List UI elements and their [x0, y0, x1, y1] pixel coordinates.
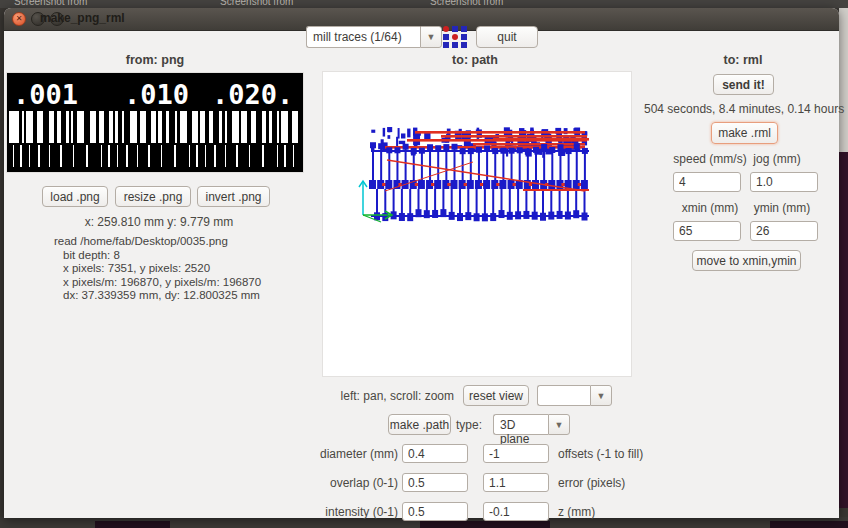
- background-text: Screenshot from: [14, 0, 87, 7]
- view-select-value[interactable]: [537, 385, 590, 406]
- intensity-input[interactable]: [402, 502, 468, 521]
- intensity-label: intensity (0-1): [284, 505, 398, 519]
- error-input[interactable]: [483, 473, 549, 492]
- background-window-edge: [839, 8, 848, 152]
- background-text: Screenshot from: [220, 0, 293, 7]
- preview-label-001: .001: [13, 79, 78, 110]
- info-line: bit depth: 8: [54, 249, 261, 263]
- preview-label-010: .010: [124, 79, 189, 110]
- fab-modules-icon: [442, 25, 469, 48]
- jog-label: jog (mm): [742, 152, 812, 166]
- overlap-label: overlap (0-1): [284, 476, 398, 490]
- make-path-button[interactable]: make .path: [388, 414, 451, 435]
- preview-label-020: .020.: [212, 79, 293, 110]
- ymin-input[interactable]: [750, 221, 818, 241]
- chevron-down-icon[interactable]: ▼: [420, 26, 442, 48]
- png-preview-image[interactable]: .001 .010 .020.: [7, 73, 303, 172]
- path-panel-header: to: path: [420, 53, 530, 67]
- png-panel-header: from: png: [100, 53, 210, 67]
- load-png-button[interactable]: load .png: [42, 186, 108, 207]
- background-thumbnail: [95, 521, 170, 528]
- xmin-input[interactable]: [673, 221, 741, 241]
- move-to-xmin-ymin-button[interactable]: move to xmin,ymin: [692, 250, 801, 271]
- process-select-value[interactable]: mill traces (1/64): [306, 26, 420, 48]
- type-label: type:: [456, 418, 482, 432]
- close-button[interactable]: ✕: [12, 12, 26, 26]
- app-window: ✕ make_png_rml mill traces (1/64) ▼ quit…: [4, 8, 839, 518]
- process-select[interactable]: mill traces (1/64) ▼: [306, 26, 442, 48]
- jog-input[interactable]: [750, 172, 818, 192]
- background-thumbnail: [770, 521, 848, 528]
- z-input[interactable]: [483, 502, 549, 521]
- chevron-down-icon[interactable]: ▼: [590, 385, 612, 406]
- resize-png-button[interactable]: resize .png: [115, 186, 191, 207]
- background-top-strip: Screenshot from Screenshot from Screensh…: [0, 0, 848, 8]
- rml-panel-header: to: rml: [688, 53, 798, 67]
- invert-png-button[interactable]: invert .png: [197, 186, 270, 207]
- path-view-canvas[interactable]: [323, 72, 631, 376]
- overlap-input[interactable]: [402, 473, 468, 492]
- offsets-input[interactable]: [483, 444, 549, 463]
- desktop-wallpaper: [839, 152, 848, 508]
- time-estimate: 504 seconds, 8.4 minutes, 0.14 hours: [644, 102, 842, 116]
- cursor-coords: x: 259.810 mm y: 9.779 mm: [34, 215, 284, 229]
- z-label: z (mm): [558, 505, 595, 519]
- info-line: read /home/fab/Desktop/0035.png: [54, 235, 261, 249]
- pan-zoom-hint: left: pan, scroll: zoom: [338, 389, 454, 403]
- error-label: error (pixels): [558, 476, 625, 490]
- speed-label: speed (mm/s): [670, 152, 750, 166]
- chevron-down-icon[interactable]: ▼: [548, 414, 570, 435]
- xmin-label: xmin (mm): [670, 201, 750, 215]
- speed-input[interactable]: [673, 172, 741, 192]
- type-select[interactable]: 3D plane ▼: [493, 414, 570, 435]
- ymin-label: ymin (mm): [747, 201, 817, 215]
- info-line: x pixels: 7351, y pixels: 2520: [54, 262, 261, 276]
- reset-view-button[interactable]: reset view: [463, 385, 529, 406]
- background-thumbnail: [420, 521, 550, 528]
- send-it-button[interactable]: send it!: [713, 74, 774, 95]
- desktop: Screenshot from Screenshot from Screensh…: [0, 0, 848, 528]
- background-text: Screenshot from: [430, 0, 503, 7]
- type-select-value[interactable]: 3D plane: [493, 414, 548, 435]
- window-title: make_png_rml: [40, 11, 125, 25]
- offsets-label: offsets (-1 to fill): [558, 447, 643, 461]
- png-info-block: read /home/fab/Desktop/0035.png bit dept…: [54, 235, 261, 303]
- info-line: dx: 37.339359 mm, dy: 12.800325 mm: [54, 289, 261, 303]
- diameter-label: diameter (mm): [284, 447, 398, 461]
- quit-button[interactable]: quit: [476, 26, 538, 48]
- view-select[interactable]: ▼: [537, 385, 612, 406]
- make-rml-button[interactable]: make .rml: [711, 122, 778, 144]
- diameter-input[interactable]: [402, 444, 468, 463]
- info-line: x pixels/m: 196870, y pixels/m: 196870: [54, 276, 261, 290]
